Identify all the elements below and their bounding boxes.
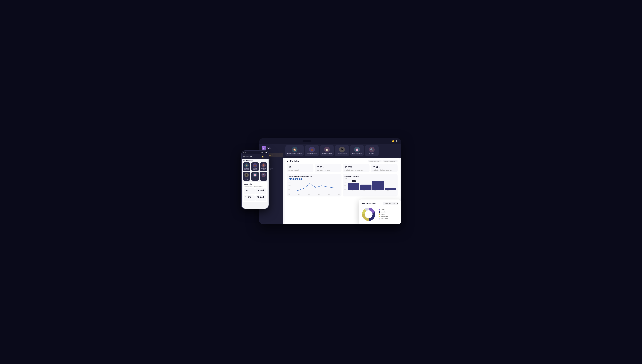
tablet-topbar: 🔔 ⚙: [259, 138, 401, 144]
phone-filter-investment-status[interactable]: Investment Status ▾: [254, 186, 263, 188]
phone-filter-investment-type[interactable]: Investment type ▾: [244, 186, 253, 188]
filter-investment-status[interactable]: Investment Status ▾: [382, 160, 398, 162]
svg-point-12: [365, 211, 372, 218]
filter-buttons: Investment type ▾ Investment Status ▾: [368, 160, 398, 162]
phone-stat-label-return: Realised Return on: [245, 198, 254, 199]
phone-investment-type-title: Investment Type: [243, 160, 267, 162]
cat-card-realestate-finance[interactable]: 🏠 Real Estate Finance Fund: [286, 145, 304, 156]
legend-retail: Retail: [378, 209, 388, 210]
legend-dot-industrial: [378, 211, 380, 213]
phone-type-insights[interactable]: 🔍 Insights: [260, 172, 267, 180]
cat-label-tech: Technology Fund: [352, 153, 362, 154]
phone-type-label-bespoke: Bespoke Portfolio: [252, 168, 258, 170]
charts-row: Total Unrealised Interest Accrued £150,0…: [287, 174, 398, 196]
sector-popup-header: Sector Allocation sector allocation: [361, 202, 398, 205]
phone-type-realestate-equity[interactable]: 🏛 Real Estate Equity: [243, 172, 250, 180]
portfolio-title: My Portfolio: [287, 160, 299, 162]
bar-tooltip: £120K: [352, 180, 356, 182]
filter-investment-type[interactable]: Investment type ▾: [368, 160, 382, 162]
phone-time: 9:41: [244, 152, 246, 153]
legend-dot-retail: [378, 209, 380, 210]
stat-card-total-amount: £1.2 ml Total Amount Invested: [315, 164, 342, 172]
cat-card-realestate-equity[interactable]: 🏛 Real Estate Equity: [335, 145, 349, 156]
svg-point-3: [316, 187, 316, 188]
phone-type-tech[interactable]: 🌸 Technology Fund: [251, 172, 259, 180]
bar-6-12m: [360, 184, 372, 190]
cat-card-realestate-debt[interactable]: 🏠 Real Estate Debt: [320, 145, 334, 156]
cat-card-tech[interactable]: 🌸 Technology Fund: [350, 145, 364, 156]
phone-portfolio-title: My Portfolio: [244, 183, 252, 185]
svg-point-0: [297, 190, 298, 191]
phone-filters: Investment type ▾ Investment Status ▾: [244, 186, 266, 188]
phone-type-bespoke[interactable]: 💼 Bespoke Portfolio: [251, 162, 259, 171]
stat-card-products: 10 Product invested: [287, 164, 314, 172]
cat-label-bespoke: Bespoke Portfolio: [307, 153, 317, 154]
phone-stat-profits: £1.6 ml Realised Profits from: [256, 195, 266, 201]
donut-chart: [361, 207, 376, 222]
portfolio-header: My Portfolio Investment type ▾ Investmen…: [287, 160, 398, 162]
bar-1-2y: [372, 181, 384, 190]
phone-header-title: Dashboard: [244, 156, 252, 158]
stat-value-return: 11.2%: [344, 166, 368, 169]
cat-icon-tech: 🌸: [354, 147, 360, 152]
sector-dropdown[interactable]: sector allocation: [383, 202, 398, 205]
line-chart-amount: £150,000.00: [288, 178, 340, 181]
cat-icon-bespoke: 💼: [309, 147, 315, 152]
cat-icon-realestate-equity: 🏛: [339, 147, 345, 152]
phone-stat-value-return: 11.2%: [245, 196, 254, 198]
sector-popup: Sector Allocation sector allocation: [359, 200, 401, 224]
stat-value-profits: £1.6 ml: [372, 166, 396, 169]
phone: 9:41 ●●● ▲ ▮▮▮ Dashboard 🔔 ⋮ Investment …: [241, 150, 269, 209]
tablet-camera: [302, 140, 312, 142]
phone-type-icon-tech: 🌸: [253, 173, 257, 177]
phone-header-icons: 🔔 ⋮: [262, 156, 267, 158]
phone-menu-icon[interactable]: ⋮: [265, 156, 267, 158]
stat-value-products: 10: [288, 166, 312, 169]
svg-point-1: [303, 188, 304, 189]
svg-point-2: [310, 183, 310, 184]
bar-2-5y: [384, 188, 396, 190]
phone-statusbar: 9:41 ●●● ▲ ▮▮▮: [242, 151, 268, 154]
bell-icon[interactable]: 🔔: [392, 140, 394, 142]
phone-type-label-realestate-debt: Real Estate Debt: [260, 168, 267, 170]
phone-stat-value-products: 10: [245, 189, 254, 192]
phone-type-label-realestate-finance: Real Estate Finance Fund: [244, 168, 250, 170]
y-labels-line: 150k100k50k0k: [288, 182, 291, 194]
line-chart-svg: [288, 182, 340, 194]
cat-card-bespoke[interactable]: 💼 Bespoke Portfolio: [305, 145, 319, 156]
phone-status-icons: ●●● ▲ ▮▮▮: [261, 152, 267, 153]
phone-type-realestate-finance[interactable]: 🏠 Real Estate Finance Fund: [243, 162, 250, 171]
cat-card-insights[interactable]: 🔍 Insights: [365, 145, 378, 156]
cat-icon-insights: 🔍: [369, 147, 375, 152]
sector-content: Retail Industrial Offices Residential Re…: [361, 207, 398, 222]
phone-type-icon-realestate-equity: 🏛: [244, 173, 249, 177]
phone-bell-icon[interactable]: 🔔: [262, 156, 264, 158]
y-labels-bar: 150k100k50k0k: [344, 178, 347, 190]
settings-icon[interactable]: ⚙: [396, 140, 398, 142]
phone-stat-label-total-amount: Total Amount Invested: [257, 192, 265, 194]
signal-icon: ●●●: [261, 152, 263, 153]
sector-legend: Retail Industrial Offices Residential Re…: [378, 209, 388, 220]
phone-stat-label-products: Product invested: [245, 192, 254, 192]
phone-type-icon-insights: 🔍: [262, 173, 266, 177]
phone-stat-products: 10 Product invested: [244, 188, 255, 194]
legend-offices: Offices: [378, 214, 388, 215]
phone-type-icon-realestate-debt: 🏠: [262, 163, 266, 168]
sector-popup-title: Sector Allocation: [361, 202, 376, 204]
x-labels-bar: 6m6-12m1-2 years2-5 years: [344, 190, 396, 191]
svg-point-6: [334, 188, 334, 188]
legend-residential: Residential: [378, 216, 388, 217]
phone-stat-total-amount: £1.2 ml Total Amount Invested: [256, 188, 266, 194]
legend-industrial: Industrial: [378, 211, 388, 213]
legend-label-industrial: Industrial: [381, 211, 386, 213]
bar-chart-title: Investment By Term: [344, 176, 396, 177]
stat-card-profits: £1.6 ml Realised Profits from Investment: [371, 164, 398, 172]
phone-stat-value-profits: £1.6 ml: [257, 196, 265, 198]
bar-chart-area: 150k100k50k0k £120K: [344, 178, 396, 190]
cat-icon-realestate-finance: 🏠: [292, 147, 298, 152]
category-cards: 🏠 Real Estate Finance Fund 💼 Bespoke Por…: [283, 144, 401, 158]
phone-stat-return: 11.2% Realised Return on: [244, 195, 255, 201]
logo-icon: ƒ: [262, 146, 266, 150]
phone-type-realestate-debt[interactable]: 🏠 Real Estate Debt: [260, 162, 267, 171]
wifi-icon: ▲: [263, 152, 264, 153]
